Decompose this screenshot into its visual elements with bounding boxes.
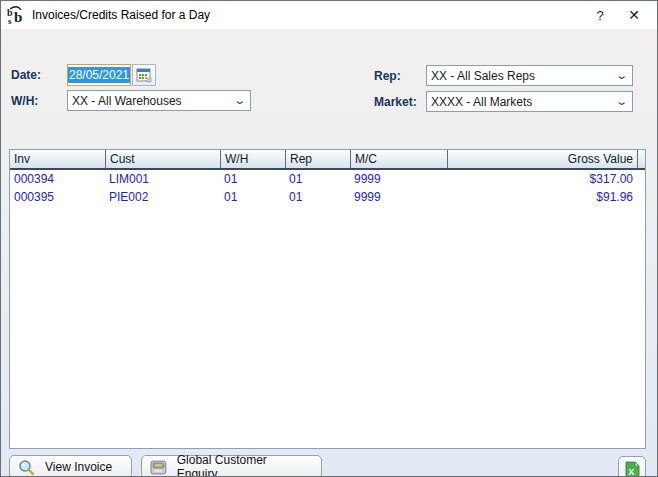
warehouse-value: XX - All Warehouses (72, 94, 182, 108)
app-logo-icon: b s b (6, 5, 26, 25)
table-body: 000394LIM00101019999$317.00000395PIE0020… (10, 170, 645, 206)
global-customer-enquiry-label: Global Customer Enquiry (177, 453, 309, 477)
table-cell: 000395 (10, 188, 105, 206)
date-label: Date: (11, 68, 41, 82)
column-header-spacer (637, 150, 645, 168)
warehouse-select[interactable]: XX - All Warehouses ⌄ (67, 90, 251, 111)
dialog-window: b s b Invoices/Credits Raised for a Day … (0, 0, 658, 477)
table-header-row: Inv Cust W/H Rep M/C Gross Value (10, 150, 645, 170)
table-cell: LIM001 (105, 170, 220, 188)
svg-text:X: X (628, 466, 634, 476)
market-label: Market: (374, 95, 417, 109)
help-button[interactable]: ? (583, 1, 617, 29)
view-invoice-button[interactable]: View Invoice (9, 455, 132, 477)
table-cell: $91.96 (447, 188, 637, 206)
table-cell: 01 (285, 188, 350, 206)
column-header-rep[interactable]: Rep (285, 150, 350, 168)
table-cell: 9999 (350, 188, 447, 206)
table-cell: 9999 (350, 170, 447, 188)
warehouse-label: W/H: (11, 94, 38, 108)
table-cell: 000394 (10, 170, 105, 188)
table-cell: $317.00 (447, 170, 637, 188)
column-header-inv[interactable]: Inv (10, 150, 105, 168)
column-header-gross-value[interactable]: Gross Value (447, 150, 637, 168)
table-cell: 01 (220, 170, 285, 188)
date-input[interactable]: 28/05/2021 (67, 64, 131, 86)
column-header-cust[interactable]: Cust (105, 150, 220, 168)
view-invoice-label: View Invoice (45, 460, 112, 474)
date-value: 28/05/2021 (68, 67, 130, 83)
svg-text:s: s (8, 16, 12, 25)
invoice-table: Inv Cust W/H Rep M/C Gross Value 000394L… (9, 149, 646, 449)
cash-drawer-icon (150, 460, 167, 475)
column-header-mc[interactable]: M/C (350, 150, 447, 168)
table-row[interactable]: 000394LIM00101019999$317.00 (10, 170, 645, 188)
global-customer-enquiry-button[interactable]: Global Customer Enquiry (141, 455, 322, 477)
market-select[interactable]: XXXX - All Markets ⌄ (426, 91, 633, 112)
close-button[interactable]: ✕ (617, 1, 651, 29)
export-to-excel-button[interactable]: X (618, 456, 646, 477)
rep-label: Rep: (374, 69, 401, 83)
window-title: Invoices/Credits Raised for a Day (32, 8, 210, 22)
table-cell-spacer (637, 188, 645, 206)
market-value: XXXX - All Markets (431, 95, 532, 109)
svg-text:b: b (14, 9, 22, 25)
excel-file-icon: X (624, 461, 641, 477)
chevron-down-icon: ⌄ (615, 69, 628, 82)
magnifier-icon (18, 459, 35, 476)
title-bar: b s b Invoices/Credits Raised for a Day … (1, 1, 657, 29)
table-row[interactable]: 000395PIE00201019999$91.96 (10, 188, 645, 206)
rep-value: XX - All Sales Reps (431, 69, 535, 83)
date-field-group: 28/05/2021 (67, 64, 156, 86)
calendar-icon (136, 68, 152, 83)
chevron-down-icon: ⌄ (233, 94, 246, 107)
calendar-button[interactable] (132, 64, 156, 86)
table-cell: PIE002 (105, 188, 220, 206)
dialog-body: Date: 28/05/2021 W/H: XX - A (1, 29, 657, 476)
chevron-down-icon: ⌄ (615, 95, 628, 108)
table-cell: 01 (220, 188, 285, 206)
table-cell: 01 (285, 170, 350, 188)
rep-select[interactable]: XX - All Sales Reps ⌄ (426, 65, 633, 86)
column-header-wh[interactable]: W/H (220, 150, 285, 168)
table-cell-spacer (637, 170, 645, 188)
